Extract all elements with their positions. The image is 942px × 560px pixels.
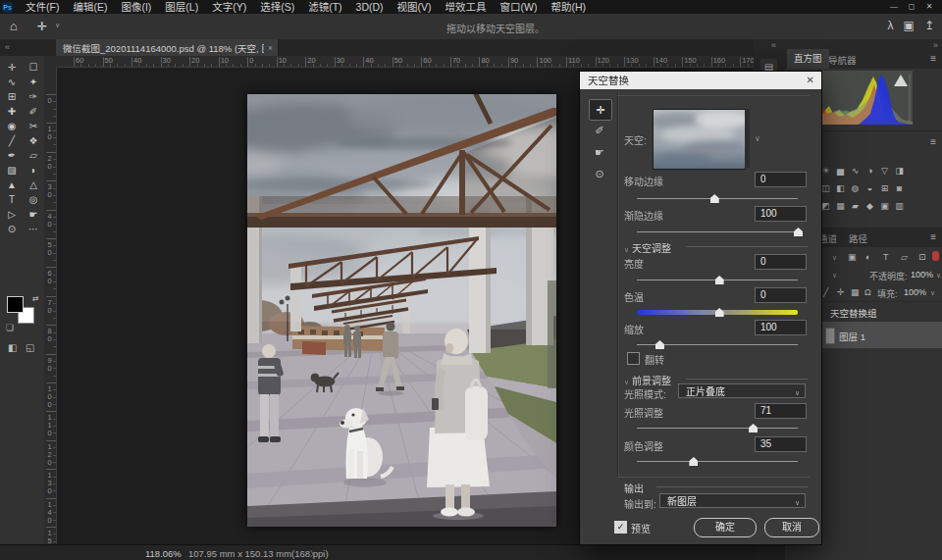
- slider-value-input[interactable]: 0: [755, 287, 807, 303]
- shape-pen-tool[interactable]: ◎: [23, 192, 44, 207]
- panel-menu-icon[interactable]: ≡: [930, 136, 936, 147]
- healing-brush-tool[interactable]: ✚: [1, 104, 23, 119]
- filter-adjustment-layers-icon[interactable]: ◐: [865, 252, 870, 262]
- eraser-tool[interactable]: ▱: [23, 148, 44, 163]
- menu-item[interactable]: 文字(Y): [205, 0, 253, 14]
- slider-value-input[interactable]: 71: [755, 403, 807, 419]
- sky-preset-chevron-icon[interactable]: ∨: [755, 134, 760, 143]
- close-button[interactable]: ✕: [920, 0, 938, 14]
- tab-close-icon[interactable]: ×: [268, 43, 273, 53]
- lighting-mode-select[interactable]: 正片叠底∨: [678, 383, 806, 398]
- lock-all-icon[interactable]: Ω: [864, 287, 871, 297]
- blur-tool[interactable]: ◗: [23, 163, 44, 178]
- sky-move-tool[interactable]: ✛: [589, 99, 612, 121]
- flip-checkbox[interactable]: [627, 352, 640, 365]
- type-tool[interactable]: T: [1, 192, 23, 207]
- menu-item[interactable]: 图像(I): [114, 0, 158, 14]
- pattern-fill-icon[interactable]: ▥: [893, 200, 906, 213]
- panel-menu-icon[interactable]: ≡: [930, 231, 936, 242]
- dialog-title[interactable]: 天空替换: [580, 72, 821, 89]
- menu-item[interactable]: 文件(F): [19, 0, 66, 14]
- slider-thumb[interactable]: [710, 194, 719, 203]
- levels-icon[interactable]: ▅: [834, 165, 847, 178]
- channel-mixer-icon[interactable]: ◒: [864, 182, 876, 195]
- vibrance-icon[interactable]: ▽: [878, 165, 891, 178]
- sky-brush-tool[interactable]: ✐: [589, 121, 610, 140]
- hue-saturation-icon[interactable]: ◨: [893, 165, 906, 178]
- tab-路径[interactable]: 路径: [849, 231, 867, 245]
- hand-tool[interactable]: ☛: [23, 207, 44, 222]
- slider-track[interactable]: [637, 231, 798, 232]
- slider-thumb[interactable]: [689, 457, 698, 466]
- crop-tool[interactable]: ⊞: [1, 89, 23, 104]
- home-icon[interactable]: ⌂: [10, 19, 18, 33]
- slider-thumb[interactable]: [655, 340, 664, 349]
- dialog-close-icon[interactable]: ✕: [807, 72, 814, 89]
- menu-item[interactable]: 视图(V): [391, 0, 439, 14]
- move-tool-option-icon[interactable]: ✛: [37, 20, 47, 33]
- color-lookup-icon[interactable]: ⊞: [878, 182, 891, 195]
- photo-filter-icon[interactable]: ◍: [849, 182, 862, 195]
- sky-preset-thumbnail[interactable]: [653, 109, 746, 170]
- menu-item[interactable]: 编辑(E): [66, 0, 114, 14]
- document-canvas-image[interactable]: [247, 94, 556, 527]
- sky-zoom-tool[interactable]: ⊙: [589, 164, 610, 183]
- zoom-tool[interactable]: ⊙: [1, 222, 23, 236]
- slider-value-input[interactable]: 0: [755, 254, 807, 270]
- minimize-button[interactable]: —: [885, 0, 903, 14]
- tab-navigator[interactable]: 导航器: [828, 53, 857, 67]
- slider-track[interactable]: [637, 461, 798, 462]
- foreground-color-swatch[interactable]: [7, 296, 24, 313]
- filter-pixel-layers-icon[interactable]: ▣: [848, 252, 857, 262]
- menu-item[interactable]: 滤镜(T): [301, 0, 348, 14]
- slider-value-input[interactable]: 0: [755, 172, 807, 187]
- fill-value[interactable]: 100%: [904, 287, 926, 297]
- slider-value-input[interactable]: 100: [755, 320, 807, 335]
- dodge-tool[interactable]: ▲: [1, 178, 23, 192]
- status-chevron-icon[interactable]: 〉: [310, 548, 318, 559]
- lasso-tool[interactable]: ∿: [1, 75, 23, 89]
- screen-mode-icon[interactable]: ◱: [26, 342, 34, 353]
- selective-color-icon[interactable]: ◆: [864, 200, 876, 213]
- zoom-level-field[interactable]: 118.06%: [145, 548, 182, 559]
- blend-mode-chevron-icon[interactable]: ∨: [832, 272, 837, 280]
- pen-tool[interactable]: ✒: [1, 148, 23, 163]
- opacity-value[interactable]: 100%: [911, 270, 933, 280]
- eyedropper-tool[interactable]: ✑: [23, 89, 44, 104]
- move-tool[interactable]: ✛: [1, 60, 23, 75]
- lock-artboard-icon[interactable]: ▦: [851, 287, 860, 297]
- fill-chevron-icon[interactable]: ∨: [930, 289, 935, 297]
- cancel-button[interactable]: 取消: [764, 518, 819, 537]
- menu-item[interactable]: 选择(S): [253, 0, 301, 14]
- path-select-tool[interactable]: ▷: [1, 207, 23, 222]
- default-colors-icon[interactable]: ❏: [6, 323, 14, 332]
- menu-item[interactable]: 增效工具: [439, 0, 494, 14]
- lock-transparent-icon[interactable]: ╱: [823, 287, 828, 297]
- ok-button[interactable]: 确定: [694, 518, 757, 537]
- more-tools[interactable]: ⋯: [23, 222, 44, 236]
- document-tab[interactable]: 微信截图_20201114164000.psd @ 118% (天空, 图层蒙版…: [56, 39, 278, 56]
- pencil-tool[interactable]: ╱: [1, 133, 23, 148]
- color-fill-icon[interactable]: ▣: [878, 200, 891, 213]
- chevron-down-icon[interactable]: ∨: [55, 22, 60, 29]
- filter-shape-layers-icon[interactable]: ▱: [901, 252, 908, 262]
- filter-smart-objects-icon[interactable]: ⊡: [918, 252, 926, 262]
- slider-value-input[interactable]: 35: [755, 436, 807, 452]
- filter-toggle-icon[interactable]: [932, 251, 939, 261]
- menu-item[interactable]: 窗口(W): [494, 0, 545, 14]
- tab-histogram[interactable]: 直方图: [787, 49, 829, 69]
- slider-thumb[interactable]: [794, 228, 803, 236]
- sky-adjustments-section[interactable]: ∨ 天空调整: [624, 240, 671, 255]
- marquee-tool[interactable]: ☐: [23, 60, 44, 75]
- invert-icon[interactable]: ◙: [893, 182, 906, 195]
- quick-selection-tool[interactable]: ✦: [23, 75, 44, 89]
- black-white-icon[interactable]: ◧: [834, 182, 847, 195]
- exposure-icon[interactable]: ◑: [864, 165, 876, 178]
- swap-colors-icon[interactable]: ⇄: [32, 294, 39, 303]
- slider-thumb[interactable]: [715, 276, 724, 284]
- thumbnail-scrollbar[interactable]: [745, 109, 750, 168]
- sky-hand-tool[interactable]: ☛: [589, 142, 610, 162]
- share-icon[interactable]: ↥: [924, 19, 934, 32]
- threshold-icon[interactable]: ▦: [834, 200, 847, 213]
- panel-menu-icon[interactable]: ≡: [930, 53, 936, 64]
